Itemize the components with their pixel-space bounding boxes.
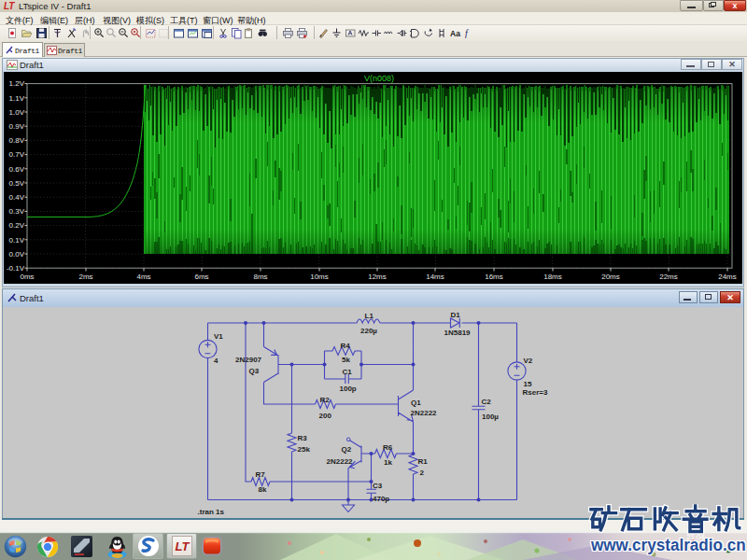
svg-text:1N5819: 1N5819: [444, 329, 472, 337]
svg-text:15: 15: [524, 380, 532, 388]
svg-text:R1: R1: [418, 457, 429, 466]
svg-text:2N2222: 2N2222: [327, 457, 354, 466]
svg-text:Q3: Q3: [249, 367, 260, 375]
svg-text:R2: R2: [320, 396, 331, 404]
svg-text:D1: D1: [451, 311, 461, 319]
svg-text:25k: 25k: [298, 445, 311, 454]
svg-text:C2: C2: [482, 398, 492, 406]
svg-text:R3: R3: [298, 434, 308, 442]
svg-text:4: 4: [214, 357, 218, 365]
svg-text:Q2: Q2: [342, 445, 352, 454]
svg-text:L1: L1: [365, 312, 374, 320]
svg-text:C1: C1: [343, 368, 353, 376]
svg-text:1k: 1k: [384, 458, 392, 467]
svg-text:V1: V1: [214, 332, 223, 341]
svg-text:R4: R4: [341, 342, 351, 350]
svg-text:200: 200: [319, 412, 332, 420]
svg-text:Rser=3: Rser=3: [523, 388, 548, 397]
svg-text:2N2907: 2N2907: [235, 356, 262, 364]
svg-text:470p: 470p: [373, 495, 389, 503]
svg-text:R6: R6: [383, 443, 393, 452]
svg-text:V2: V2: [524, 357, 533, 365]
svg-text:.tran 1s: .tran 1s: [198, 508, 225, 516]
svg-text:8k: 8k: [259, 485, 267, 494]
svg-text:C3: C3: [373, 482, 383, 490]
svg-text:100p: 100p: [340, 385, 357, 393]
svg-text:R7: R7: [256, 470, 266, 479]
svg-text:5k: 5k: [342, 356, 350, 364]
svg-text:Q1: Q1: [411, 399, 421, 407]
svg-text:100µ: 100µ: [482, 413, 499, 421]
svg-text:2: 2: [420, 469, 425, 477]
svg-text:2N2222: 2N2222: [411, 409, 438, 417]
svg-text:220µ: 220µ: [360, 327, 377, 335]
